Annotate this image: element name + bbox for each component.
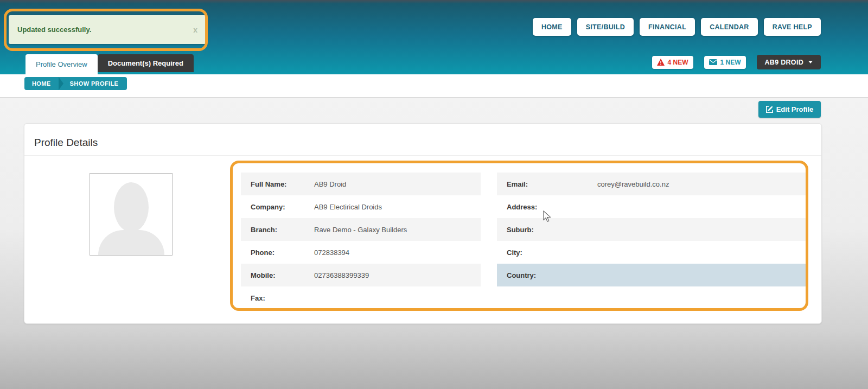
warning-triangle-icon bbox=[657, 59, 665, 66]
field-row-mobile: Mobile: 02736388399339 bbox=[241, 264, 481, 286]
breadcrumb-strip bbox=[0, 74, 868, 98]
card-divider bbox=[24, 155, 821, 156]
message-badge[interactable]: 1 NEW bbox=[704, 56, 746, 69]
envelope-icon bbox=[709, 59, 717, 65]
nav-button-home[interactable]: HOME bbox=[533, 18, 571, 36]
top-navigation: HOME SITE/BUILD FINANCIAL CALENDAR RAVE … bbox=[533, 18, 821, 36]
avatar-shoulders-shape bbox=[98, 230, 164, 255]
tab-bar: Profile Overview Document(s) Required bbox=[25, 54, 194, 74]
user-menu-label: AB9 DROID bbox=[765, 59, 803, 66]
field-value: AB9 Droid bbox=[314, 180, 346, 188]
field-label: Address: bbox=[497, 203, 597, 211]
field-label: Full Name: bbox=[241, 180, 314, 188]
breadcrumb-home[interactable]: HOME bbox=[24, 80, 59, 87]
field-row-suburb: Suburb: bbox=[497, 218, 807, 241]
field-label: Country: bbox=[497, 271, 597, 279]
field-row-country: Country: bbox=[497, 264, 807, 286]
breadcrumb-show-profile[interactable]: SHOW PROFILE bbox=[63, 80, 127, 87]
user-menu-button[interactable]: AB9 DROID bbox=[757, 55, 821, 69]
nav-button-financial[interactable]: FINANCIAL bbox=[640, 18, 695, 36]
edit-icon bbox=[766, 106, 773, 113]
edit-profile-button[interactable]: Edit Profile bbox=[758, 101, 821, 118]
field-value: corey@ravebuild.co.nz bbox=[597, 180, 669, 188]
field-value: Rave Demo - Galaxy Builders bbox=[314, 226, 407, 234]
field-label: Mobile: bbox=[241, 271, 314, 279]
alert-message: Updated successfully. bbox=[17, 25, 91, 34]
field-row-branch: Branch: Rave Demo - Galaxy Builders bbox=[241, 218, 481, 241]
field-value: 072838394 bbox=[314, 248, 349, 257]
field-row-full-name: Full Name: AB9 Droid bbox=[241, 173, 481, 195]
card-title: Profile Details bbox=[34, 137, 98, 149]
field-value: 02736388399339 bbox=[314, 271, 369, 279]
warning-badge-label: 4 NEW bbox=[668, 59, 688, 66]
field-value: AB9 Electirical Droids bbox=[314, 203, 382, 211]
field-row-company: Company: AB9 Electirical Droids bbox=[241, 195, 481, 218]
breadcrumb: HOME SHOW PROFILE bbox=[24, 77, 127, 90]
field-label: Phone: bbox=[241, 248, 314, 257]
avatar-head-shape bbox=[114, 182, 149, 232]
field-row-phone: Phone: 072838394 bbox=[241, 241, 481, 264]
field-row-address: Address: bbox=[497, 195, 807, 218]
edit-profile-label: Edit Profile bbox=[776, 105, 814, 113]
tab-profile-overview[interactable]: Profile Overview bbox=[25, 54, 98, 74]
field-label: Company: bbox=[241, 203, 314, 211]
chevron-right-icon bbox=[59, 77, 63, 90]
field-label: Email: bbox=[497, 180, 597, 188]
field-row-fax: Fax: bbox=[241, 286, 481, 309]
profile-fields-right-column: Email: corey@ravebuild.co.nz Address: Su… bbox=[497, 173, 807, 286]
field-label: City: bbox=[497, 248, 597, 257]
nav-button-ravehelp[interactable]: RAVE HELP bbox=[764, 18, 821, 36]
field-label: Branch: bbox=[241, 226, 314, 234]
field-row-city: City: bbox=[497, 241, 807, 264]
message-badge-label: 1 NEW bbox=[720, 59, 741, 66]
header-badges: 4 NEW 1 NEW AB9 DROID bbox=[652, 55, 821, 69]
success-alert: Updated successfully. x bbox=[9, 15, 206, 44]
warning-badge[interactable]: 4 NEW bbox=[652, 56, 693, 69]
field-label: Fax: bbox=[241, 294, 314, 302]
close-icon[interactable]: x bbox=[193, 25, 197, 34]
field-row-email: Email: corey@ravebuild.co.nz bbox=[497, 173, 807, 195]
chevron-down-icon bbox=[808, 61, 813, 63]
profile-fields-left-column: Full Name: AB9 Droid Company: AB9 Electi… bbox=[241, 173, 481, 309]
tab-documents-required[interactable]: Document(s) Required bbox=[98, 54, 194, 72]
profile-details-card: Profile Details Full Name: AB9 Droid Com… bbox=[24, 123, 822, 324]
field-label: Suburb: bbox=[497, 226, 597, 234]
nav-button-sitebuild[interactable]: SITE/BUILD bbox=[577, 18, 634, 36]
avatar-placeholder bbox=[90, 173, 173, 256]
nav-button-calendar[interactable]: CALENDAR bbox=[701, 18, 758, 36]
